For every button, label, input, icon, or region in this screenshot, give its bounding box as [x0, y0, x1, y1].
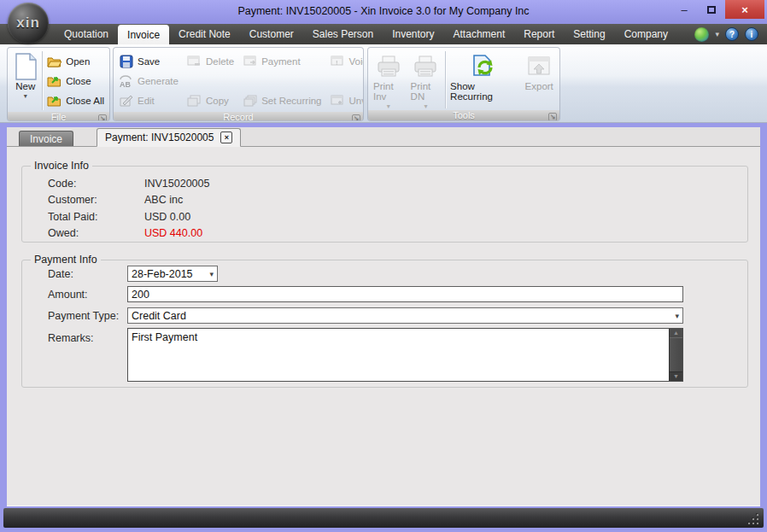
- status-bar: [3, 508, 764, 528]
- minimize-button[interactable]: –: [670, 0, 698, 19]
- set-recurring-icon: [243, 94, 257, 108]
- payment-type-select[interactable]: Credit Card ▾: [127, 307, 683, 324]
- tools-dialog-launcher-icon[interactable]: ↘: [548, 113, 557, 121]
- menu-tab-attachment[interactable]: Attachment: [444, 24, 515, 44]
- main-menu-bar: Quotation Invoice Credit Note Customer S…: [0, 24, 767, 44]
- copy-icon: [187, 94, 202, 108]
- invoice-info-title: Invoice Info: [31, 160, 92, 172]
- svg-text:!: !: [336, 59, 338, 67]
- delete-button-label: Delete: [206, 56, 234, 67]
- menu-tab-invoice[interactable]: Invoice: [118, 25, 169, 44]
- menu-tab-customer[interactable]: Customer: [240, 24, 303, 44]
- file-dialog-launcher-icon[interactable]: ↘: [98, 114, 107, 121]
- menu-right-icons: ▾ ? i: [694, 24, 767, 44]
- menu-tab-quotation[interactable]: Quotation: [55, 24, 118, 44]
- scroll-down-icon[interactable]: ▼: [673, 372, 679, 381]
- menu-tab-report[interactable]: Report: [514, 24, 564, 44]
- close-file-button-label: Close: [66, 76, 91, 86]
- payment-icon: [243, 55, 257, 68]
- info-icon[interactable]: i: [745, 27, 758, 41]
- doc-tab-invoice-label: Invoice: [30, 133, 62, 145]
- copy-button-label: Copy: [206, 96, 229, 106]
- doc-tab-payment[interactable]: Payment: INV15020005 ×: [97, 128, 241, 147]
- payment-type-caret-icon[interactable]: ▾: [670, 312, 679, 320]
- scroll-up-icon[interactable]: ▲: [673, 329, 679, 337]
- close-folder-icon: [47, 74, 61, 88]
- edit-button-label: Edit: [138, 96, 155, 106]
- payment-button-label: Payment: [261, 56, 300, 67]
- invoice-customer-label: Customer:: [48, 194, 144, 206]
- unvoid-button-label: Unvoid: [349, 96, 364, 106]
- invoice-code-row: Code: INV15020005: [48, 175, 747, 192]
- title-bar: Payment: INV15020005 - Xin Invoice 3.0 f…: [0, 0, 767, 24]
- window-controls: – ×: [670, 0, 764, 19]
- show-recurring-button[interactable]: Show Recurring: [447, 50, 520, 110]
- app-logo-text: xin: [16, 15, 40, 32]
- set-recurring-button: Set Recurring: [239, 91, 325, 110]
- maximize-button[interactable]: [698, 0, 725, 19]
- close-all-folder-icon: [47, 94, 61, 108]
- date-dropdown-caret-icon[interactable]: ▾: [204, 270, 214, 278]
- remarks-label: Remarks:: [48, 332, 93, 344]
- amount-label: Amount:: [48, 289, 88, 301]
- open-button[interactable]: Open: [44, 51, 108, 71]
- remarks-textarea[interactable]: First Payment: [128, 329, 668, 381]
- invoice-owed-value: USD 440.00: [144, 227, 202, 239]
- doc-tab-close-icon[interactable]: ×: [220, 132, 232, 143]
- remarks-scrollbar[interactable]: ▲ ▼: [669, 329, 682, 381]
- invoice-customer-row: Customer: ABC inc: [48, 192, 747, 209]
- edit-icon: [119, 94, 133, 108]
- minimize-icon: –: [681, 3, 687, 16]
- tools-group-label: Tools ↘: [368, 110, 559, 120]
- amount-input[interactable]: [127, 286, 683, 302]
- edit-button: Edit: [115, 91, 182, 110]
- date-picker[interactable]: 28-Feb-2015 ▾: [127, 266, 218, 282]
- svg-text:AB: AB: [120, 80, 131, 88]
- record-group-label: Record ↘: [114, 112, 363, 121]
- doc-tab-invoice[interactable]: Invoice: [19, 131, 73, 147]
- print-inv-caret-icon: ▾: [387, 102, 390, 110]
- payment-button: Payment: [239, 51, 325, 71]
- export-icon: [527, 52, 551, 81]
- close-all-button[interactable]: Close All: [44, 91, 108, 110]
- new-button[interactable]: New ▾: [9, 50, 41, 112]
- ribbon-group-file: New ▾ Open: [7, 47, 110, 121]
- show-recurring-icon: [471, 52, 496, 81]
- language-globe-icon[interactable]: [694, 27, 709, 42]
- invoice-owed-label: Owed:: [48, 227, 144, 239]
- payment-info-groupbox: Payment Info Date: 28-Feb-2015 ▾ Amount:…: [21, 260, 748, 388]
- menu-tab-company[interactable]: Company: [615, 24, 677, 44]
- help-icon[interactable]: ?: [725, 27, 739, 41]
- close-button[interactable]: ×: [725, 0, 764, 19]
- menu-tab-sales-person[interactable]: Sales Person: [303, 24, 383, 44]
- doc-tab-payment-label: Payment: INV15020005: [105, 132, 214, 143]
- close-icon: ×: [741, 3, 748, 16]
- payment-type-value: Credit Card: [132, 310, 186, 322]
- generate-icon: AB: [119, 74, 133, 88]
- resize-grip-icon[interactable]: [748, 514, 758, 524]
- invoice-total-paid-value: USD 0.00: [144, 211, 190, 223]
- invoice-owed-row: Owed: USD 440.00: [48, 225, 747, 243]
- print-inv-printer-icon: [377, 52, 401, 81]
- payment-type-label: Payment Type:: [48, 310, 119, 322]
- document-tab-strip: Invoice Payment: INV15020005 ×: [7, 127, 760, 147]
- invoice-total-paid-row: Total Paid: USD 0.00: [48, 208, 747, 225]
- record-dialog-launcher-icon[interactable]: ↘: [352, 114, 360, 121]
- ribbon-group-tools: Print Inv ▾ Print DN ▾: [367, 47, 560, 121]
- date-label: Date:: [48, 268, 73, 280]
- app-logo: xin: [8, 3, 49, 44]
- menu-tab-setting[interactable]: Setting: [564, 24, 614, 44]
- scrollbar-thumb[interactable]: [670, 337, 682, 372]
- menu-tab-credit-note[interactable]: Credit Note: [169, 24, 240, 44]
- invoice-code-label: Code:: [48, 178, 144, 190]
- print-dn-button-label: Print DN: [411, 81, 442, 102]
- close-file-button[interactable]: Close: [44, 71, 108, 91]
- save-button[interactable]: Save: [115, 51, 182, 71]
- ribbon-panel: New ▾ Open: [0, 44, 767, 123]
- print-dn-printer-icon: [413, 52, 437, 81]
- language-dropdown-caret-icon[interactable]: ▾: [715, 30, 719, 38]
- maximize-icon: [707, 6, 716, 14]
- menu-tab-inventory[interactable]: Inventory: [383, 24, 443, 44]
- invoice-total-paid-label: Total Paid:: [48, 211, 144, 223]
- file-group-label: File ↘: [8, 112, 109, 121]
